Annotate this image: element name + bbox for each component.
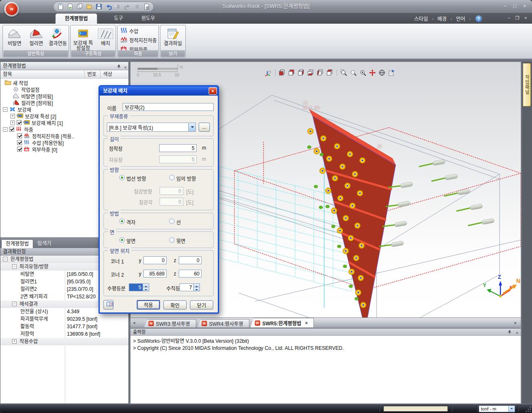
checkbox-checked[interactable] [17,133,22,138]
col-color[interactable]: 색상 [101,70,128,79]
member-type-combobox[interactable]: [R.B.] 보강재 특성(1) [107,123,196,132]
slope-button[interactable]: 비탈면 [4,27,25,51]
chevron-down-icon[interactable] [508,406,515,412]
tree-item-external-load[interactable]: 외부하중 [0] [17,146,57,152]
minimize-button[interactable]: − [503,3,507,9]
horizontal-division-input[interactable] [129,283,143,291]
expand-icon[interactable]: + [10,114,15,118]
collapse-icon[interactable]: − [3,127,7,132]
view-front-icon[interactable] [278,69,286,77]
browse-button[interactable]: ... [199,123,210,132]
menu-style[interactable]: 스타일 [413,15,430,22]
spin-up-icon[interactable] [143,284,149,287]
undo-icon[interactable] [105,3,112,10]
ribbon-restore-button[interactable]: ❐ [515,15,520,21]
pin-icon[interactable] [507,329,512,337]
help-book-button[interactable]: ? [103,300,113,310]
capture-icon[interactable] [387,69,396,77]
tab-close-icon[interactable]: × [305,320,308,325]
close-button[interactable]: × [523,3,526,9]
result-file-button[interactable]: 결과파일 [162,27,184,51]
water-pressure-button[interactable]: 수압 [120,27,138,35]
view-top-icon[interactable] [326,69,334,77]
corner2-y-input[interactable] [143,270,167,278]
corner2-z-input[interactable] [179,270,202,278]
ribbon-minimize-button[interactable]: − [507,15,510,21]
ok-button[interactable]: 확인 [163,300,187,310]
qat-overflow-icon[interactable]: ▾ [115,4,117,8]
close-dialog-button[interactable]: 닫기 [190,300,213,310]
radio-front-face[interactable] [119,237,125,243]
tab-window[interactable]: 윈도우 [132,13,164,24]
checkbox-checked[interactable] [17,140,22,145]
help-icon[interactable]: ? [475,15,482,22]
anchorage-length-input[interactable] [159,144,197,152]
unit-dropdown[interactable]: tonf - m [479,406,515,412]
collapse-icon[interactable]: − [12,264,17,269]
horizontal-division-stepper[interactable] [129,283,149,291]
copy-icon[interactable] [76,3,83,10]
checkbox-checked[interactable] [17,147,22,152]
menu-background[interactable]: 배경 [436,15,448,22]
tab-scroll-right-icon[interactable]: ▸ [515,320,517,325]
zoom-fit-icon[interactable] [349,69,357,77]
tab-limit-equilibrium[interactable]: 한계평형법 [55,13,97,24]
tab-tools[interactable]: 도구 [105,13,132,24]
app-logo-icon[interactable]: W [4,2,19,17]
checkbox-checked[interactable] [17,120,22,125]
tab-scroll-left-icon[interactable]: ◂ [133,320,135,325]
zoom-window-icon[interactable] [340,69,348,77]
spin-down-icon[interactable] [194,287,200,291]
tree-item-load[interactable]: − 하중 [3,126,33,133]
ucs-axis-icon[interactable] [264,69,273,77]
new-file-icon[interactable] [57,3,64,10]
menu-language[interactable]: 언어 [454,15,467,22]
radio-line-method[interactable] [169,219,175,224]
reinforcement-property-button[interactable]: 보강재 특성설정 [71,27,95,51]
col-number[interactable]: 번호 [85,70,101,79]
radio-arbitrary-direction[interactable] [169,175,175,180]
dialog-title-bar[interactable]: 보강재 배치 [100,86,218,96]
zoom-dynamic-icon[interactable] [359,69,367,77]
tree-item-joint[interactable]: 절리면 [정의됨] [11,99,53,106]
vertical-division-stepper[interactable] [180,283,200,291]
tree-item-job-settings[interactable]: 작업설정 [11,86,39,93]
resize-grip[interactable] [525,407,531,412]
placement-button[interactable]: 배치 [96,27,116,51]
view-left-icon[interactable] [316,69,325,77]
result-link-button[interactable]: 결과연동 [47,27,69,51]
panel-tab-explorer[interactable]: 탐색기 [33,239,55,248]
tree-item-new-job[interactable]: 새 작업 [3,79,28,86]
expand-icon[interactable]: + [12,339,17,344]
tree-item-water-pressure[interactable]: 수압 [적용안됨] [17,139,64,146]
corner1-y-input[interactable] [143,256,167,264]
tree-item-static-seismic[interactable]: 정적지진하중 [적용.. [17,133,74,139]
new-from-template-icon[interactable] [66,3,74,10]
expand-icon[interactable]: + [10,120,15,125]
mdi-tab-swr4[interactable]: W SWR4:평사투영 [197,319,249,328]
chevron-down-icon[interactable] [188,123,195,131]
ribbon-close-button[interactable]: × [525,15,527,21]
spin-down-icon[interactable] [143,287,149,291]
mdi-tab-swr5[interactable]: W SWR5:한계평형법 × [250,318,314,328]
tree-item-reinforcement-placement[interactable]: + 보강재 배치 [1] [10,119,63,126]
corner1-z-input[interactable] [179,256,202,264]
tree-item-reinforcement-property[interactable]: + 보강재 특성 [2] [10,113,56,119]
static-seismic-button[interactable]: 정적지진하중 [120,36,157,44]
result-row-water-pressure[interactable]: + 작용수압 [0,338,128,345]
name-input[interactable] [123,103,214,111]
save-icon[interactable] [95,3,102,10]
open-icon[interactable] [86,3,93,10]
collapse-icon[interactable]: − [3,107,7,112]
result-row[interactable]: 파괴블럭무게90239.5 [tonf] [0,315,128,323]
view-back-icon[interactable] [288,69,296,77]
dialog-close-button[interactable]: × [209,87,217,95]
collapse-icon[interactable]: − [3,257,7,261]
vertical-division-input[interactable] [180,283,194,291]
mdi-tab-swr3[interactable]: W SWR3:평사투영 [144,319,196,328]
output-close-icon[interactable]: × [516,329,518,337]
view-right-icon[interactable] [297,69,305,77]
rotate-icon[interactable] [378,69,386,77]
view-bottom-icon[interactable] [307,69,315,77]
radio-grid-method[interactable] [119,219,125,224]
